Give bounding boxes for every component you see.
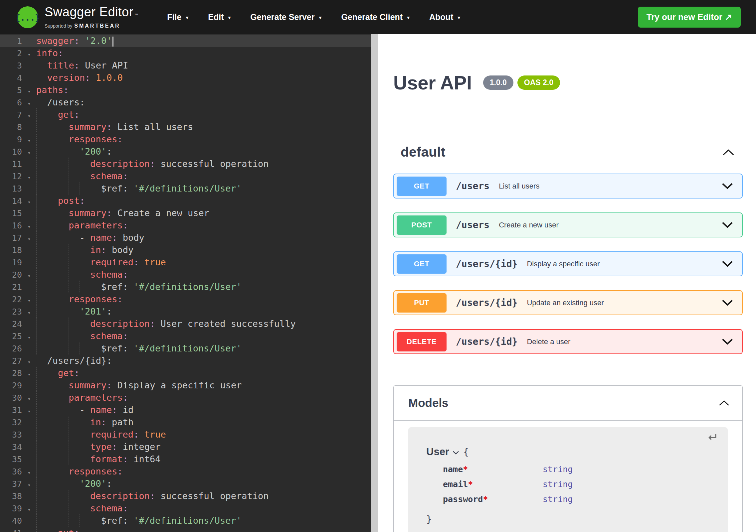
chevron-down-icon[interactable]	[721, 261, 733, 267]
version-badge: 1.0.0	[483, 75, 513, 90]
operation-row-put-usersid[interactable]: PUT /users/{id} Update an existing user	[393, 290, 743, 315]
line-number: 37	[0, 478, 22, 490]
menu-file[interactable]: File▼	[167, 12, 189, 22]
indent-guide	[47, 502, 58, 514]
editor-line: 13 $ref: '#/definitions/User'	[0, 182, 371, 195]
indent-guide	[58, 231, 69, 244]
indent-guide	[69, 256, 79, 268]
editor-line: 11 description: successful operation	[0, 158, 371, 170]
line-number: 18	[0, 244, 22, 256]
indent-guide	[36, 281, 47, 293]
menu-generate-server[interactable]: Generate Server▼	[250, 12, 322, 22]
indent-guide	[47, 145, 58, 158]
yaml-editor[interactable]: 1swagger: '2.0'2▾info:3 title: User API4…	[0, 34, 371, 532]
pane-divider-handle[interactable]	[371, 34, 378, 532]
model-title-row: User {	[426, 446, 718, 458]
indent-guide	[36, 514, 47, 527]
indent-guide	[58, 490, 69, 502]
operation-row-post-users[interactable]: POST /users Create a new user	[393, 212, 743, 237]
required-star: *	[463, 465, 468, 474]
menu-edit[interactable]: Edit▼	[208, 12, 232, 22]
line-number: 40	[0, 515, 22, 527]
operation-description: Delete a user	[527, 337, 721, 346]
editor-line: 39▾ schema:	[0, 502, 371, 514]
indent-guide	[36, 379, 47, 391]
line-number: 3	[0, 60, 22, 72]
indent-guide	[80, 281, 90, 293]
menu-about[interactable]: About▼	[429, 12, 461, 22]
indent-guide	[69, 441, 79, 453]
menu-generate-client[interactable]: Generate Client▼	[341, 12, 411, 22]
editor-line: 4 version: 1.0.0	[0, 71, 371, 84]
indent-guide	[58, 158, 69, 170]
operation-row-get-users[interactable]: GET /users List all users	[393, 174, 743, 199]
chevron-down-icon[interactable]	[721, 300, 733, 306]
editor-line: 12▾ schema:	[0, 170, 371, 182]
supported-by: Supported bySMARTBEAR	[45, 23, 138, 29]
chevron-up-icon[interactable]	[718, 400, 730, 406]
model-collapse-return-icon[interactable]	[706, 433, 718, 443]
indent-guide	[47, 256, 58, 268]
indent-guide	[47, 281, 58, 293]
indent-guide	[36, 305, 47, 318]
line-number: 22	[0, 293, 22, 306]
line-number: 39	[0, 502, 22, 515]
models-header[interactable]: Models	[394, 386, 742, 421]
indent-guide	[47, 514, 58, 527]
editor-line: 23▾ '201':	[0, 305, 371, 318]
editor-line: 21 $ref: '#/definitions/User'	[0, 281, 371, 293]
indent-guide	[69, 490, 79, 502]
required-star: *	[483, 494, 488, 504]
method-badge: PUT	[397, 293, 447, 313]
chevron-down-icon[interactable]	[721, 222, 733, 228]
property-type: string	[543, 479, 718, 489]
caret-down-icon: ▼	[406, 15, 411, 20]
indent-guide	[69, 158, 79, 170]
chevron-down-icon[interactable]	[721, 183, 733, 189]
indent-guide	[36, 342, 47, 354]
section-default-header[interactable]: default	[393, 144, 743, 166]
property-name: password*	[443, 494, 543, 504]
fold-toggle-icon[interactable]: ▾	[22, 528, 36, 532]
operation-row-delete-usersid[interactable]: DELETE /users/{id} Delete a user	[393, 329, 743, 354]
text-cursor	[112, 37, 113, 47]
line-number: 8	[0, 121, 22, 133]
indent-guide	[36, 108, 47, 121]
operation-description: Create a new user	[499, 221, 721, 229]
line-number: 28	[0, 367, 22, 379]
indent-guide	[36, 195, 47, 207]
try-new-editor-button[interactable]: Try our new Editor ↗	[638, 7, 741, 28]
chevron-up-icon[interactable]	[722, 149, 735, 156]
indent-guide	[58, 182, 69, 195]
line-number: 15	[0, 207, 22, 219]
indent-guide	[47, 416, 58, 428]
indent-guide	[36, 231, 47, 244]
line-number: 33	[0, 429, 22, 441]
chevron-down-icon[interactable]	[453, 451, 459, 455]
operation-row-get-usersid[interactable]: GET /users/{id} Display a specific user	[393, 251, 743, 276]
indent-guide	[69, 330, 79, 342]
indent-guide	[47, 330, 58, 342]
indent-guide	[36, 158, 47, 170]
indent-guide	[58, 441, 69, 453]
models-title: Models	[408, 396, 449, 410]
indent-guide	[58, 170, 69, 182]
indent-guide	[36, 244, 47, 256]
app-title: Swagger Editor™	[45, 5, 138, 22]
indent-guide	[80, 182, 90, 195]
chevron-down-icon[interactable]	[721, 338, 733, 345]
editor-line: 10▾ '200':	[0, 145, 371, 158]
indent-guide	[47, 318, 58, 330]
indent-guide	[47, 477, 58, 490]
line-number: 30	[0, 392, 22, 404]
indent-guide	[36, 391, 47, 404]
svg-text:{...}: {...}	[17, 13, 39, 22]
property-name: email*	[443, 479, 543, 489]
editor-line: 28▾ get:	[0, 367, 371, 379]
models-section: Models User { name* string email* str	[393, 385, 743, 532]
operation-description: Display a specific user	[527, 260, 721, 268]
indent-guide	[58, 305, 69, 318]
indent-guide	[47, 404, 58, 416]
indent-guide	[47, 342, 58, 354]
indent-guide	[69, 170, 79, 182]
